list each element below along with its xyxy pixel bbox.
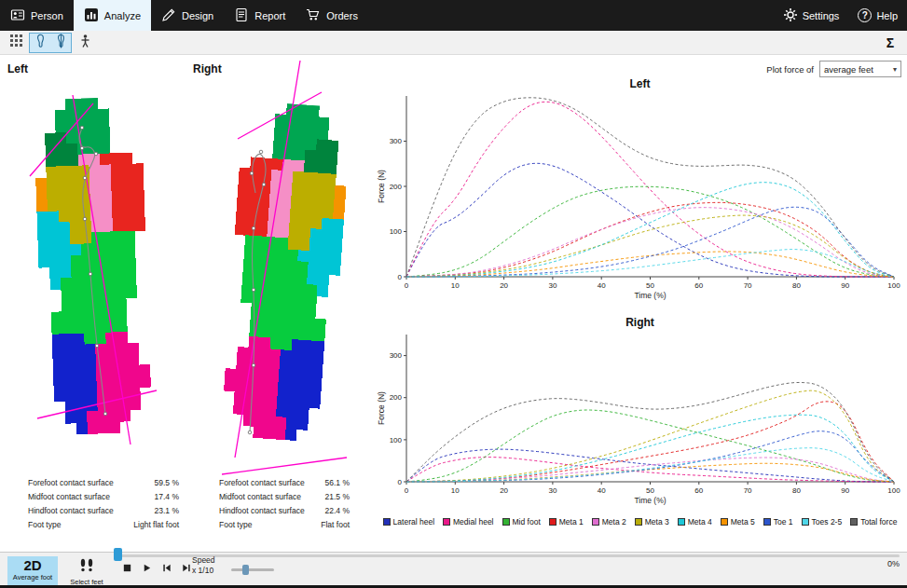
dropdown-value: average feet [824,64,873,75]
person-icon [10,7,25,24]
stat-value: Light flat foot [133,518,179,532]
tab-orders[interactable]: Orders [295,0,368,31]
legend-swatch [678,518,685,526]
tab-label: Design [182,10,213,21]
pressure-view-button[interactable] [75,34,95,52]
left-foot-stats: Forefoot contact surface59.5 % Midfoot c… [28,476,179,532]
speed-slider-track[interactable] [231,568,274,571]
skip-to-start-button[interactable] [160,562,172,574]
stat-row: Forefoot contact surface59.5 % [28,476,179,490]
svg-text:90: 90 [841,486,849,495]
analyze-icon [84,7,99,24]
svg-text:10: 10 [451,281,460,290]
plot-force-of-dropdown[interactable]: average feet ▾ [819,61,901,77]
legend-label: Meta 2 [602,517,626,526]
force-charts-panel: Plot force of average feet ▾ Left 010020… [373,55,907,552]
legend-item-meta1: Meta 1 [549,517,584,526]
select-feet-button[interactable]: Select feet [62,556,112,587]
timeline-scrubber-handle[interactable] [114,548,122,561]
legend-item-toes25: Toes 2-5 [802,517,843,526]
stat-row: Hindfoot contact surface23.1 % [28,504,179,518]
settings-button[interactable]: Settings [774,0,849,31]
topbar-spacer [368,0,774,31]
legend-swatch [502,518,510,526]
stat-value: Flat foot [321,518,350,532]
svg-text:50: 50 [646,281,654,290]
foot-axis-button[interactable] [50,34,71,52]
stat-label: Forefoot contact surface [219,476,305,490]
legend-swatch [592,518,599,526]
help-label: Help [876,10,898,21]
mode-2d-button[interactable]: 2D Average foot [7,556,58,587]
legend-label: Toe 1 [774,517,793,526]
speed-block: Speed x 1/10 [192,555,215,576]
svg-text:0: 0 [405,281,409,290]
timeline-scrubber-track[interactable] [114,554,900,557]
feet-pair-icon [76,561,97,577]
legend-item-meta3: Meta 3 [635,517,669,526]
legend-label: Meta 1 [559,517,584,526]
stat-label: Hindfoot contact surface [219,504,305,518]
skip-to-end-button[interactable] [180,562,192,574]
tab-person[interactable]: Person [0,0,74,31]
report-document-icon [234,7,249,24]
stat-row: Midfoot contact surface17.4 % [28,490,179,504]
legend-swatch [763,518,771,526]
speed-value: x 1/10 [192,566,215,576]
svg-text:10: 10 [451,486,460,495]
progress-percent: 0% [887,559,900,568]
plot-force-of-row: Plot force of average feet ▾ [766,61,901,77]
svg-text:20: 20 [500,486,508,495]
foot-axis-icon [54,34,68,52]
legend-item-lateral_heel: Lateral heel [383,517,434,526]
settings-label: Settings [803,10,840,21]
legend-item-mid_foot: Mid foot [502,517,541,526]
svg-text:0: 0 [398,478,403,486]
speed-slider-handle[interactable] [242,565,249,575]
grid-view-button[interactable] [6,34,26,52]
tab-label: Person [31,10,63,21]
design-pencil-icon [161,7,176,24]
left-foot-title: Left [7,62,28,75]
stat-value: 21.5 % [325,490,350,504]
foot-zones-button[interactable] [30,34,50,52]
stop-button[interactable] [121,562,133,574]
svg-text:30: 30 [548,486,557,495]
stat-row: Foot typeLight flat foot [28,518,179,532]
stat-label: Midfoot contact surface [28,490,110,504]
tab-report[interactable]: Report [224,0,295,31]
person-stand-icon [78,34,92,52]
legend-item-meta2: Meta 2 [592,517,626,526]
foot-icon [34,34,48,52]
tab-analyze[interactable]: Analyze [74,0,151,31]
svg-text:100: 100 [887,486,900,495]
sum-button[interactable]: Σ [879,34,901,52]
legend-swatch [549,518,557,526]
play-button[interactable] [141,562,153,574]
svg-text:90: 90 [841,281,849,290]
stat-row: Hindfoot contact surface22.4 % [219,504,350,518]
svg-text:Time (%): Time (%) [634,496,666,505]
playback-bar: 2D Average foot Select feet Speed x 1/10… [0,552,907,588]
stat-label: Forefoot contact surface [28,476,114,490]
stat-value: 22.4 % [325,504,350,518]
legend-label: Meta 5 [731,517,755,526]
stat-row: Forefoot contact surface56.1 % [219,476,350,490]
legend-item-total: Total force [850,517,897,526]
legend-label: Total force [860,517,897,526]
tab-design[interactable]: Design [151,0,224,31]
svg-text:0: 0 [398,273,403,281]
footscan-analyze-window: Person Analyze Design Report Orders [0,0,907,588]
svg-text:80: 80 [792,281,801,290]
svg-text:70: 70 [744,486,752,495]
legend-label: Meta 4 [688,517,712,526]
help-button[interactable]: ? Help [848,0,907,31]
help-icon: ? [858,8,872,22]
right-foot-pressure-map [199,99,363,445]
plot-force-of-label: Plot force of [766,64,814,75]
svg-text:200: 200 [390,183,403,191]
legend-item-medial_heel: Medial heel [443,517,493,526]
stat-row: Midfoot contact surface21.5 % [219,490,350,504]
left-chart-title: Left [373,77,907,90]
stat-label: Foot type [28,518,61,532]
